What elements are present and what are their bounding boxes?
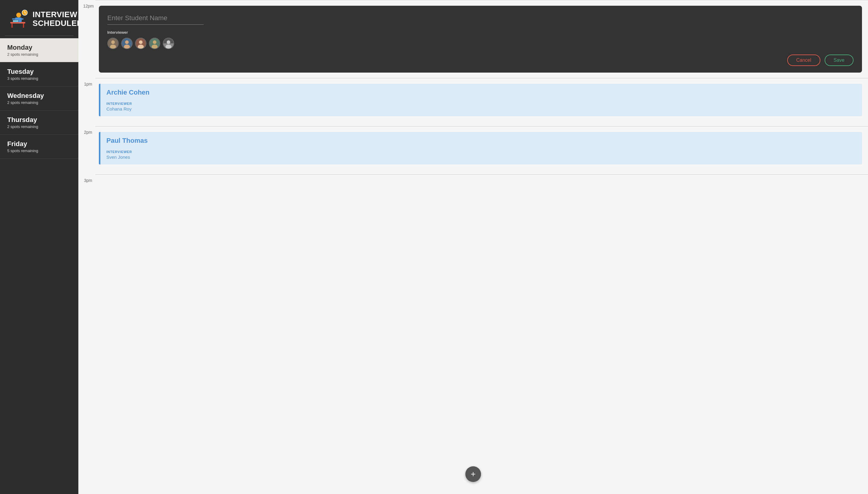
student-name-input[interactable] <box>107 13 204 25</box>
svg-point-3 <box>16 13 21 17</box>
day-spots: 2 spots remaining <box>7 52 71 57</box>
time-label: 2pm <box>78 126 95 135</box>
interviewer-avatar-3[interactable] <box>135 38 146 49</box>
svg-rect-5 <box>12 18 16 20</box>
svg-point-19 <box>139 40 143 44</box>
interviewer-section: Interviewer <box>107 30 853 49</box>
svg-point-13 <box>111 40 115 44</box>
time-content-2pm: Paul Thomas INTERVIEWER Sven Jones <box>95 126 868 174</box>
sidebar-day-tuesday[interactable]: Tuesday 3 spots remaining <box>0 62 78 87</box>
cancel-button[interactable]: Cancel <box>787 55 820 66</box>
interviewer-section-label: Interviewer <box>107 30 853 35</box>
time-label: 1pm <box>78 78 95 87</box>
day-list: Monday 2 spots remaining Tuesday 3 spots… <box>0 38 78 159</box>
app-title: INTERVIEW SCHEDULER <box>33 10 82 27</box>
sidebar-header: INTERVIEW SCHEDULER <box>0 0 78 36</box>
day-spots: 2 spots remaining <box>7 125 71 129</box>
time-content-1pm: Archie Cohen INTERVIEWER Cohana Roy <box>95 78 868 126</box>
svg-rect-6 <box>20 18 23 20</box>
day-name: Friday <box>7 140 71 148</box>
main-content: 12pm Interviewer <box>78 0 868 494</box>
interviewer-name: Sven Jones <box>106 154 856 160</box>
time-block-3pm: 3pm <box>78 174 868 223</box>
sidebar-day-thursday[interactable]: Thursday 2 spots remaining <box>0 111 78 135</box>
day-name: Wednesday <box>7 92 71 100</box>
time-block-1pm: 1pm Archie Cohen INTERVIEWER Cohana Roy <box>78 78 868 126</box>
interviewer-label: INTERVIEWER <box>106 150 856 154</box>
time-block-12pm: 12pm Interviewer <box>78 0 868 78</box>
svg-point-22 <box>153 40 156 44</box>
sidebar-day-wednesday[interactable]: Wednesday 2 spots remaining <box>0 87 78 111</box>
svg-point-16 <box>125 40 129 44</box>
svg-rect-1 <box>12 23 13 28</box>
day-spots: 2 spots remaining <box>7 100 71 105</box>
interviewer-avatar-2[interactable] <box>121 38 133 49</box>
svg-rect-2 <box>23 23 24 28</box>
appointment-card-1pm[interactable]: Archie Cohen INTERVIEWER Cohana Roy <box>99 84 862 116</box>
day-name: Tuesday <box>7 68 71 76</box>
time-content-12pm: Interviewer <box>95 0 868 78</box>
save-button[interactable]: Save <box>825 55 853 66</box>
form-actions: Cancel Save <box>107 55 853 66</box>
interviewer-label: INTERVIEWER <box>106 102 856 106</box>
interviewer-name: Cohana Roy <box>106 106 856 111</box>
time-label: 12pm <box>78 0 95 8</box>
sidebar-divider <box>5 36 74 36</box>
time-block-2pm: 2pm Paul Thomas INTERVIEWER Sven Jones <box>78 126 868 174</box>
add-appointment-form: Interviewer <box>99 6 862 73</box>
day-name: Thursday <box>7 116 71 124</box>
student-name: Paul Thomas <box>106 137 856 145</box>
svg-rect-8 <box>13 20 18 22</box>
interviewer-avatar-1[interactable] <box>107 38 119 49</box>
interviewer-avatar-4[interactable] <box>149 38 160 49</box>
sidebar: INTERVIEW SCHEDULER Monday 2 spots remai… <box>0 0 78 494</box>
student-name: Archie Cohen <box>106 89 856 96</box>
sidebar-day-monday[interactable]: Monday 2 spots remaining <box>0 38 78 62</box>
svg-point-25 <box>167 40 170 44</box>
interviewer-avatar-5[interactable] <box>163 38 174 49</box>
logo-icon <box>7 8 28 30</box>
time-content-3pm <box>95 174 868 223</box>
add-appointment-button[interactable]: + <box>465 466 481 482</box>
day-name: Monday <box>7 44 71 52</box>
interviewer-avatars <box>107 38 853 49</box>
time-label: 3pm <box>78 174 95 183</box>
day-spots: 3 spots remaining <box>7 76 71 81</box>
appointment-card-2pm[interactable]: Paul Thomas INTERVIEWER Sven Jones <box>99 132 862 165</box>
day-spots: 5 spots remaining <box>7 149 71 153</box>
sidebar-day-friday[interactable]: Friday 5 spots remaining <box>0 135 78 159</box>
